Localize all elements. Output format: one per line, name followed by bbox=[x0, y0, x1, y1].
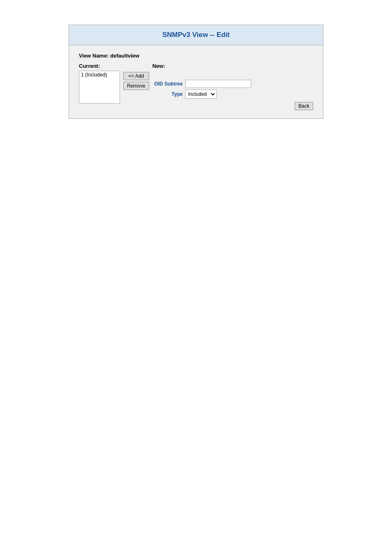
oid-subtree-label: OID Subtree bbox=[152, 81, 185, 87]
back-button[interactable]: Back bbox=[295, 102, 313, 110]
new-fields: OID Subtree Type Included Excluded bbox=[152, 80, 313, 99]
current-list[interactable]: 1 (Included) bbox=[79, 71, 120, 104]
dialog-header: SNMPv3 View -- Edit bbox=[69, 25, 323, 45]
add-button[interactable]: << Add bbox=[123, 72, 149, 80]
view-name-row: View Name: defaultview bbox=[79, 53, 313, 59]
remove-button[interactable]: Remove bbox=[123, 82, 149, 90]
buttons-section: << Add Remove bbox=[123, 72, 149, 90]
back-row: Back bbox=[152, 102, 313, 110]
type-label: Type bbox=[152, 91, 185, 97]
current-label: Current: bbox=[79, 63, 120, 69]
dialog-body: View Name: defaultview Current: 1 (Inclu… bbox=[69, 45, 323, 118]
oid-subtree-input[interactable] bbox=[185, 80, 251, 88]
oid-subtree-row: OID Subtree bbox=[152, 80, 313, 88]
dialog-box: SNMPv3 View -- Edit View Name: defaultvi… bbox=[69, 25, 323, 119]
content-row: Current: 1 (Included) << Add Remove New: bbox=[79, 63, 313, 110]
new-section: New: OID Subtree Type Included Excluded bbox=[152, 63, 313, 110]
type-row: Type Included Excluded bbox=[152, 90, 313, 99]
current-section: Current: 1 (Included) bbox=[79, 63, 120, 104]
dialog-title: SNMPv3 View -- Edit bbox=[162, 31, 230, 39]
new-label: New: bbox=[152, 63, 313, 69]
view-name-label: View Name: defaultview bbox=[79, 53, 139, 59]
type-select[interactable]: Included Excluded bbox=[185, 90, 217, 99]
page-wrapper: SNMPv3 View -- Edit View Name: defaultvi… bbox=[0, 0, 392, 555]
list-item[interactable]: 1 (Included) bbox=[81, 72, 118, 78]
